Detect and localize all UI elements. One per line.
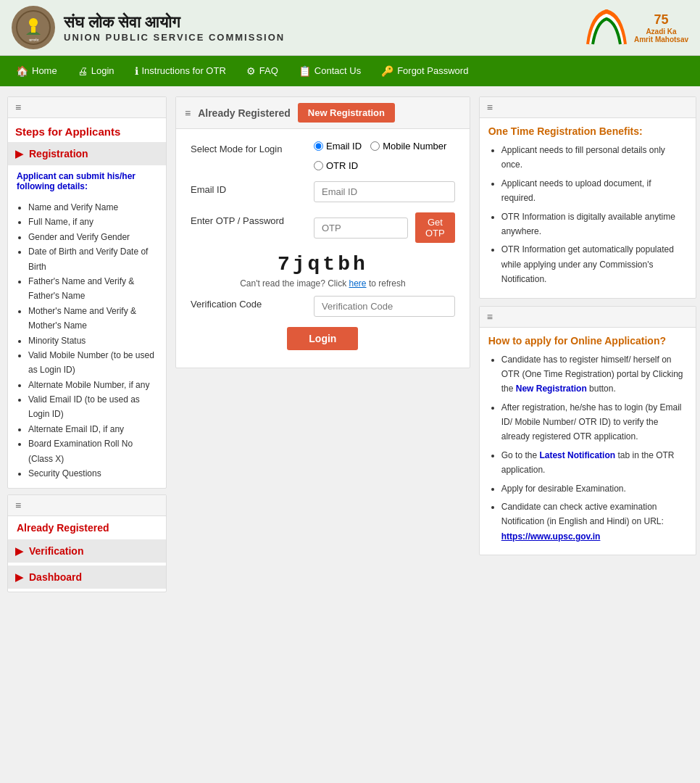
logo-emblem: सत्यमेव — [12, 6, 55, 49]
list-item: Full Name, if any — [28, 215, 157, 229]
email-controls — [314, 181, 455, 202]
svg-text:सत्यमेव: सत्यमेव — [28, 38, 39, 42]
new-registration-button[interactable]: New Registration — [298, 103, 395, 123]
registration-label: Registration — [29, 148, 88, 160]
verification-label: Verification Code — [191, 296, 307, 310]
nav-forgot-password[interactable]: 🔑 Forgot Password — [371, 56, 478, 86]
mobile-number-label: Mobile Number — [383, 141, 446, 152]
how-step-item: Candidate can check active examination N… — [501, 500, 687, 544]
email-id-option[interactable]: Email ID — [314, 141, 362, 152]
svg-point-1 — [29, 18, 38, 27]
email-id-label: Email ID — [326, 141, 362, 152]
mobile-number-option[interactable]: Mobile Number — [370, 141, 446, 152]
upsc-url-link[interactable]: https://www.upsc.gov.in — [501, 531, 601, 542]
login-form-card: ≡ Already Registered New Registration Se… — [175, 96, 470, 368]
select-mode-label: Select Mode for Login — [191, 141, 307, 154]
list-item: Mother's Name and Verify & Mother's Name — [28, 304, 157, 334]
mobile-radio[interactable] — [370, 141, 380, 151]
how-step-item: Candidate has to register himself/ herse… — [501, 352, 687, 397]
new-registration-link: New Registration — [516, 384, 587, 394]
arrow-icon: ▶ — [15, 148, 23, 160]
hamburger-icon: ≡ — [15, 102, 21, 113]
printer-icon: 🖨 — [78, 56, 88, 86]
details-list: Name and Verify Name Full Name, if any G… — [8, 197, 166, 488]
org-hindi: संघ लोक सेवा आयोग — [64, 13, 285, 32]
otr-id-label: OTR ID — [326, 160, 358, 171]
list-item: Minority Status — [28, 334, 157, 348]
otp-label: Enter OTP / Password — [191, 212, 307, 226]
svg-point-4 — [604, 9, 609, 14]
header-right: 75 Azadi KaAmrit Mahotsav — [585, 8, 688, 48]
applicant-info: Applicant can submit his/her following d… — [8, 165, 166, 197]
already-registered-tab[interactable]: Already Registered — [198, 107, 291, 119]
email-radio[interactable] — [314, 141, 323, 151]
verification-accordion-btn[interactable]: ▶ Verification — [8, 539, 166, 563]
captcha-hint: Can't read the image? Click here to refr… — [191, 278, 455, 289]
how-to-apply-body: How to apply for Online Application? Can… — [480, 328, 696, 555]
key-icon: 🔑 — [381, 56, 393, 86]
select-mode-row: Select Mode for Login Email ID Mobile Nu… — [191, 141, 455, 171]
email-row: Email ID — [191, 181, 455, 202]
how-step-item: Go to the Latest Notification tab in the… — [501, 448, 687, 478]
nav-instructions[interactable]: ℹ Instructions for OTR — [125, 56, 236, 86]
otr-benefits-body: One Time Registration Benefits: Applican… — [480, 118, 696, 298]
already-registered-label: Already Registered — [8, 516, 166, 539]
list-item: Alternate Email ID, if any — [28, 422, 157, 436]
header: सत्यमेव संघ लोक सेवा आयोग UNION PUBLIC S… — [0, 0, 700, 56]
nav-home[interactable]: 🏠 Home — [6, 56, 67, 86]
benefit-item: OTR Information is digitally available a… — [501, 210, 687, 239]
login-button[interactable]: Login — [287, 327, 358, 350]
mode-controls: Email ID Mobile Number OTR ID — [314, 141, 455, 171]
how-step-item: Apply for desirable Examination. — [501, 481, 687, 496]
otr-benefits-header: ≡ — [480, 97, 696, 118]
captcha-area: 7jqtbh Can't read the image? Click here … — [191, 253, 455, 289]
list-item: Gender and Verify Gender — [28, 230, 157, 244]
get-otp-button[interactable]: Get OTP — [415, 212, 455, 243]
arrow-icon-2: ▶ — [15, 545, 23, 557]
otp-controls: Get OTP — [314, 212, 455, 243]
otr-radio[interactable] — [314, 161, 323, 170]
arrow-icon-3: ▶ — [15, 571, 23, 583]
hamburger-icon-4: ≡ — [487, 102, 493, 113]
form-card-header: ≡ Already Registered New Registration — [176, 97, 470, 129]
svg-rect-2 — [31, 27, 36, 33]
steps-title: Steps for Applicants — [8, 118, 166, 142]
nav-contact[interactable]: 📋 Contact Us — [288, 56, 371, 86]
azadi-text: Azadi KaAmrit Mahotsav — [634, 28, 688, 44]
nav-login[interactable]: 🖨 Login — [67, 56, 125, 86]
how-to-apply-card: ≡ How to apply for Online Application? C… — [479, 306, 696, 556]
hamburger-icon-5: ≡ — [487, 311, 493, 323]
benefit-item: OTR Information get automatically popula… — [501, 242, 687, 286]
email-input[interactable] — [314, 181, 455, 202]
right-panel: ≡ One Time Registration Benefits: Applic… — [479, 96, 696, 563]
captcha-text: 7jqtbh — [191, 253, 455, 276]
gear-icon: ⚙ — [246, 56, 256, 86]
captcha-refresh-link[interactable]: here — [349, 278, 367, 289]
otp-row: Enter OTP / Password Get OTP — [191, 212, 455, 243]
captcha-hint-text: Can't read the image? Click — [240, 278, 346, 289]
how-step-item: After registration, he/she has to login … — [501, 400, 687, 444]
otp-input[interactable] — [314, 218, 408, 239]
how-to-apply-header: ≡ — [480, 307, 696, 328]
dashboard-accordion-btn[interactable]: ▶ Dashboard — [8, 566, 166, 589]
nav-faq[interactable]: ⚙ FAQ — [236, 56, 288, 86]
steps-card-header: ≡ — [8, 97, 166, 118]
otp-input-row: Get OTP — [314, 212, 455, 243]
already-registered-card: ≡ Already Registered ▶ Verification ▶ Da… — [7, 494, 167, 592]
list-item: Valid Mobile Number (to be used as Login… — [28, 348, 157, 378]
form-body: Select Mode for Login Email ID Mobile Nu… — [176, 129, 470, 368]
clipboard-icon: 📋 — [299, 56, 311, 86]
azadi-badge: 75 Azadi KaAmrit Mahotsav — [585, 8, 688, 48]
login-mode-radio-group: Email ID Mobile Number OTR ID — [314, 141, 455, 171]
hamburger-icon-3: ≡ — [185, 107, 191, 119]
steps-card: ≡ Steps for Applicants ▶ Registration Ap… — [7, 96, 167, 489]
otr-benefits-title: One Time Registration Benefits: — [488, 125, 687, 137]
home-icon: 🏠 — [16, 56, 28, 86]
center-panel: ≡ Already Registered New Registration Se… — [175, 96, 470, 368]
otr-id-option[interactable]: OTR ID — [314, 160, 358, 171]
registration-accordion-btn[interactable]: ▶ Registration — [8, 142, 166, 165]
verification-label: Verification — [29, 545, 83, 557]
verification-input[interactable] — [314, 296, 455, 317]
navigation: 🏠 Home 🖨 Login ℹ Instructions for OTR ⚙ … — [0, 56, 700, 86]
org-title: संघ लोक सेवा आयोग UNION PUBLIC SERVICE C… — [64, 13, 285, 43]
